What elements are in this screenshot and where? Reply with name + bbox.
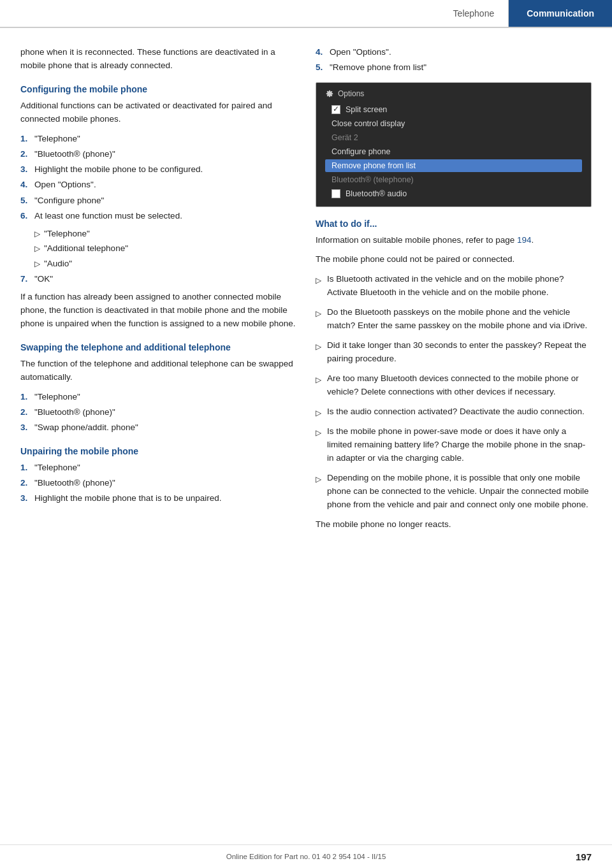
step-num: 2.: [20, 148, 31, 161]
whatif-para3: The mobile phone no longer reacts.: [316, 518, 592, 532]
section-configuring-intro: Additional functions can be activated or…: [20, 99, 296, 126]
list-item: 5. "Configure phone": [20, 194, 296, 207]
section-swapping-intro: The function of the telephone and additi…: [20, 358, 296, 384]
whatif-para1: Information on suitable mobile phones, r…: [316, 234, 592, 247]
header-telephone-label: Telephone: [439, 0, 509, 27]
menu-item-label: Gerät 2: [332, 133, 358, 142]
list-item: 3. "Swap phone/addit. phone": [20, 421, 296, 434]
step-text: "Telephone": [34, 391, 80, 403]
bullet-text: Depending on the mobile phone, it is pos…: [327, 472, 592, 512]
arrow-icon: ▷: [316, 474, 322, 512]
menu-item-label: Split screen: [346, 105, 387, 114]
list-item: ▷ Are too many Bluetooth devices connect…: [316, 372, 592, 399]
options-screenshot: Options Split screen Close control displ…: [316, 82, 592, 207]
list-item: 1. "Telephone": [20, 133, 296, 145]
step-text: "Configure phone": [34, 194, 104, 207]
checkbox-icon: [332, 105, 340, 114]
step-num: 1.: [20, 391, 31, 403]
step-text: "Bluetooth® (phone)": [34, 477, 115, 489]
step-num: 2.: [20, 477, 31, 489]
bullet-text: Do the Bluetooth passkeys on the mobile …: [327, 306, 592, 333]
menu-item-label: Bluetooth® audio: [346, 189, 407, 198]
section-whatif-heading: What to do if...: [316, 219, 592, 229]
sub-item-text: "Audio": [44, 257, 72, 270]
arrow-icon: ▷: [316, 407, 322, 419]
list-item: ▷ Is the audio connection activated? Dea…: [316, 405, 592, 419]
step-num: 7.: [20, 273, 31, 286]
page-ref-link[interactable]: 194: [517, 235, 532, 245]
arrow-icon: ▷: [316, 427, 322, 465]
whatif-para1-period: .: [531, 235, 534, 245]
arrow-icon: ▷: [34, 228, 40, 240]
screenshot-title: Options: [325, 89, 582, 98]
bullet-text: Is Bluetooth activated in the vehicle an…: [327, 273, 592, 300]
footer-text: Online Edition for Part no. 01 40 2 954 …: [226, 853, 386, 860]
page-number: 197: [576, 851, 592, 862]
swapping-steps-list: 1. "Telephone" 2. "Bluetooth® (phone)" 3…: [20, 391, 296, 435]
list-item: 6. At least one function must be selecte…: [20, 210, 296, 222]
step-text: Open "Options".: [34, 178, 96, 191]
step-num: 5.: [316, 61, 326, 74]
menu-item-gerat2: Gerät 2: [325, 131, 582, 144]
header-communication-label: Communication: [509, 0, 612, 27]
step-text: Highlight the mobile phone that is to be…: [34, 492, 221, 505]
sub-item-text: "Additional telephone": [44, 242, 128, 255]
left-column: phone when it is reconnected. These func…: [20, 46, 296, 538]
list-item: 5. "Remove phone from list": [316, 61, 592, 74]
step-num: 4.: [316, 46, 326, 59]
right-steps-top: 4. Open "Options". 5. "Remove phone from…: [316, 46, 592, 75]
sub-items-list: ▷ "Telephone" ▷ "Additional telephone" ▷…: [34, 228, 296, 270]
list-item: ▷ Do the Bluetooth passkeys on the mobil…: [316, 306, 592, 333]
bullet-text: Is the audio connection activated? Deact…: [327, 405, 585, 419]
whatif-para2: The mobile phone could not be paired or …: [316, 253, 592, 266]
step-text: "Telephone": [34, 461, 80, 474]
list-item: 3. Highlight the mobile phone that is to…: [20, 492, 296, 505]
list-item: 4. Open "Options".: [316, 46, 592, 59]
list-item: ▷ Depending on the mobile phone, it is p…: [316, 472, 592, 512]
arrow-icon: ▷: [316, 374, 322, 399]
menu-item-label: Remove phone from list: [332, 161, 416, 170]
configuring-steps-list: 1. "Telephone" 2. "Bluetooth® (phone)" 3…: [20, 133, 296, 223]
gear-icon: [325, 89, 334, 98]
configuring-note: If a function has already been assigned …: [20, 291, 296, 331]
section-unpairing-heading: Unpairing the mobile phone: [20, 446, 296, 456]
right-column: 4. Open "Options". 5. "Remove phone from…: [316, 46, 592, 538]
configuring-steps-list-2: 7. "OK": [20, 273, 296, 286]
bullet-text: Did it take longer than 30 seconds to en…: [327, 339, 592, 366]
list-item: ▷ Did it take longer than 30 seconds to …: [316, 339, 592, 366]
step-text: "Swap phone/addit. phone": [34, 421, 138, 434]
step-text: "Telephone": [34, 133, 80, 145]
screenshot-title-text: Options: [338, 89, 364, 98]
step-num: 2.: [20, 406, 31, 419]
whatif-para1-text: Information on suitable mobile phones, r…: [316, 235, 517, 245]
menu-item-remove-phone: Remove phone from list: [325, 159, 582, 172]
list-item: 1. "Telephone": [20, 461, 296, 474]
arrow-icon: ▷: [316, 308, 322, 333]
step-num: 1.: [20, 461, 31, 474]
arrow-icon: ▷: [316, 275, 322, 300]
step-text: Open "Options".: [330, 46, 391, 59]
step-text: "Bluetooth® (phone)": [34, 148, 115, 161]
step-num: 3.: [20, 421, 31, 434]
arrow-icon: ▷: [34, 243, 40, 255]
menu-item-bluetooth-audio: Bluetooth® audio: [325, 187, 582, 200]
step-text: "OK": [34, 273, 53, 286]
step-num: 6.: [20, 210, 31, 222]
unpairing-steps-list: 1. "Telephone" 2. "Bluetooth® (phone)" 3…: [20, 461, 296, 505]
menu-item-label: Configure phone: [332, 147, 390, 156]
whatif-bullets: ▷ Is Bluetooth activated in the vehicle …: [316, 273, 592, 512]
bullet-text: Are too many Bluetooth devices connected…: [327, 372, 592, 399]
arrow-icon: ▷: [34, 258, 40, 270]
list-item: 7. "OK": [20, 273, 296, 286]
list-item: 2. "Bluetooth® (phone)": [20, 148, 296, 161]
options-menu: Split screen Close control display Gerät…: [325, 103, 582, 200]
step-text: At least one function must be selected.: [34, 210, 182, 222]
list-item: ▷ "Additional telephone": [34, 242, 296, 255]
arrow-icon: ▷: [316, 341, 322, 366]
menu-item-split-screen: Split screen: [325, 103, 582, 116]
step-text: Highlight the mobile phone to be configu…: [34, 163, 203, 176]
step-num: 4.: [20, 178, 31, 191]
list-item: 3. Highlight the mobile phone to be conf…: [20, 163, 296, 176]
list-item: ▷ Is Bluetooth activated in the vehicle …: [316, 273, 592, 300]
step-text: "Remove phone from list": [330, 61, 426, 74]
